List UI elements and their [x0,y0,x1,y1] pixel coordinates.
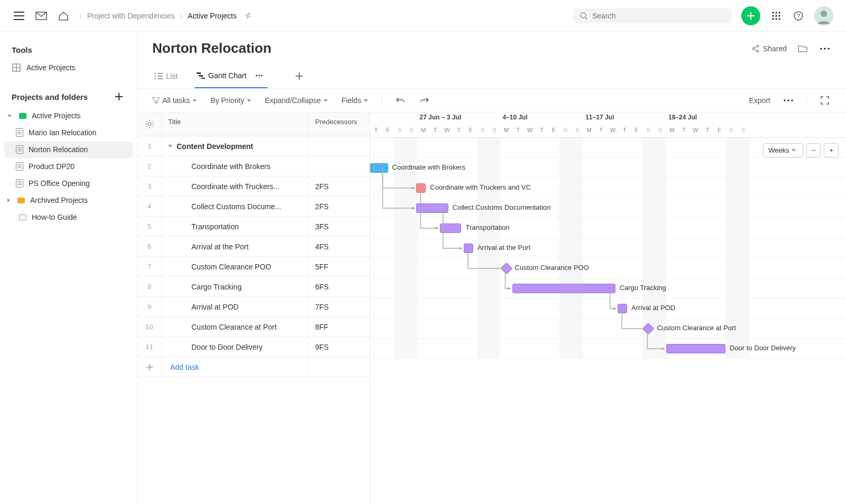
document-icon [16,162,23,171]
day-label: S [559,124,571,137]
gantt-bar[interactable] [440,223,461,233]
gantt-bar[interactable] [618,304,627,313]
undo-icon[interactable] [394,94,407,107]
gantt-bar[interactable] [416,183,426,193]
sidebar-item-product-dp20[interactable]: Product DP20 [4,158,133,175]
table-row[interactable]: 3Coordinate with Truckers...2FS [137,176,370,197]
page-title: Norton Relocation [152,40,271,57]
row-title[interactable]: Transportation [162,217,309,236]
table-row[interactable]: 9Arrival at POD7FS [137,297,370,317]
table-row[interactable]: 6Arrival at the Port4FS [137,237,370,257]
gantt-chart[interactable]: 27 Jun – 3 Jul4–10 Jul11–17 Jul18–24 Jul… [370,113,846,504]
row-predecessors[interactable]: 4FS [309,237,370,256]
row-title[interactable]: Coordinate with Truckers... [162,176,309,196]
fullscreen-icon[interactable] [819,94,831,107]
zoom-out-button[interactable]: − [806,143,821,157]
help-icon[interactable]: ? [792,10,805,22]
row-predecessors[interactable]: 3FS [309,217,370,236]
row-predecessors[interactable]: 5FF [309,257,370,276]
gantt-bar[interactable] [416,203,448,213]
sidebar-item-ps-office-opening[interactable]: PS Office Opening [4,175,133,192]
day-label: F [465,124,476,137]
week-label: 27 Jun – 3 Jul [418,113,462,121]
row-predecessors[interactable] [309,136,370,156]
add-button[interactable] [741,6,760,25]
shared-button[interactable]: Shared [751,44,787,53]
row-title[interactable]: Coordinate with Brokers [162,156,309,176]
row-predecessors[interactable]: 6FS [309,277,370,296]
expand-collapse[interactable]: Expand/Collapse [265,96,330,105]
gantt-bar[interactable] [512,284,615,293]
row-title[interactable]: Custom Clearance POO [162,257,309,276]
table-row[interactable]: 5Transportation3FS [137,217,370,237]
gantt-bar[interactable] [464,244,473,253]
apps-icon[interactable] [770,10,783,22]
table-row[interactable]: 7Custom Clearance POO5FF [137,257,370,277]
table-row[interactable]: 8Cargo Tracking6FS [137,277,370,297]
sort-bypriority[interactable]: By Priority [210,96,253,105]
pin-icon[interactable] [242,10,255,22]
breadcrumb-current[interactable]: Active Projects [188,12,237,20]
search-input[interactable] [573,8,732,23]
gantt-milestone[interactable] [642,323,655,335]
filter-alltasks[interactable]: All tasks [152,96,199,105]
sidebar-item-active-projects[interactable]: Active Projects [4,107,133,124]
col-predecessors[interactable]: Predecessors [309,113,370,136]
tab-gantt[interactable]: Gantt Chart [195,64,268,88]
search-field[interactable] [592,12,725,20]
fields-menu[interactable]: Fields [342,96,370,105]
row-title[interactable]: Content Development [162,136,309,156]
row-predecessors[interactable]: 9FS [309,337,370,357]
table-row[interactable]: 1Content Development [137,136,370,156]
col-title[interactable]: Title [162,113,309,136]
row-predecessors[interactable]: 8FF [309,317,370,337]
chevron-down-icon[interactable] [168,145,172,147]
breadcrumb-parent[interactable]: Project with Dependencies [87,12,175,20]
more-icon[interactable] [819,42,831,55]
row-predecessors[interactable] [309,156,370,176]
table-row[interactable]: 2Coordinate with Brokers [137,156,370,176]
add-task-icon[interactable] [143,361,156,374]
gantt-milestone[interactable] [500,263,512,275]
sidebar-item-how-to-guide[interactable]: How-to Guide [4,209,133,226]
redo-icon[interactable] [418,94,431,107]
zoom-select[interactable]: Weeks [763,143,803,157]
row-predecessors[interactable]: 2FS [309,197,370,216]
gantt-bar[interactable] [666,344,725,353]
add-tab-icon[interactable] [293,70,306,82]
row-title[interactable]: Collect Customs Docume... [162,197,309,216]
toolbar-more-icon[interactable] [782,94,795,107]
tab-list[interactable]: List [152,67,180,86]
home-icon[interactable] [57,10,70,22]
table-row[interactable]: 11Door to Door Delivery9FS [137,337,370,357]
row-predecessors[interactable]: 7FS [309,297,370,316]
inbox-icon[interactable] [35,10,48,22]
row-title[interactable]: Door to Door Delivery [162,337,309,357]
sidebar-item-mario-ian-relocation[interactable]: Mario Ian Relocation [4,124,133,141]
row-title[interactable]: Arrival at the Port [162,237,309,256]
row-title[interactable]: Arrival at POD [162,297,309,316]
sidebar-item-norton-relocation[interactable]: Norton Relocation [4,141,133,158]
tab-more-icon[interactable] [253,69,265,82]
row-predecessors[interactable]: 2FS [309,176,370,196]
avatar[interactable] [814,6,833,25]
table-row[interactable]: 10Custom Clearance at Port8FF [137,317,370,337]
add-folder-icon[interactable] [113,90,125,103]
sidebar-item-archived-projects[interactable]: Archived Projects [4,192,133,209]
row-title[interactable]: Custom Clearance at Port [162,317,309,337]
svg-point-18 [820,48,822,49]
hamburger-icon[interactable] [13,10,25,22]
export-button[interactable]: Export [749,96,770,105]
document-icon [16,179,23,188]
folder-icon[interactable] [796,42,809,55]
sidebar-tool-active-projects[interactable]: Active Projects [4,59,133,77]
add-task-button[interactable]: Add task [162,357,309,377]
gantt-bar[interactable] [370,163,388,173]
table-row[interactable]: 4Collect Customs Docume...2FS [137,197,370,217]
gantt-bar-label: Transportation [465,223,509,231]
row-title[interactable]: Cargo Tracking [162,277,309,296]
zoom-in-button[interactable]: + [824,143,839,157]
toolbar: All tasks By Priority Expand/Collapse Fi… [137,88,846,113]
gear-icon[interactable] [144,118,155,130]
task-grid: Title Predecessors 1Content Development2… [137,113,370,504]
